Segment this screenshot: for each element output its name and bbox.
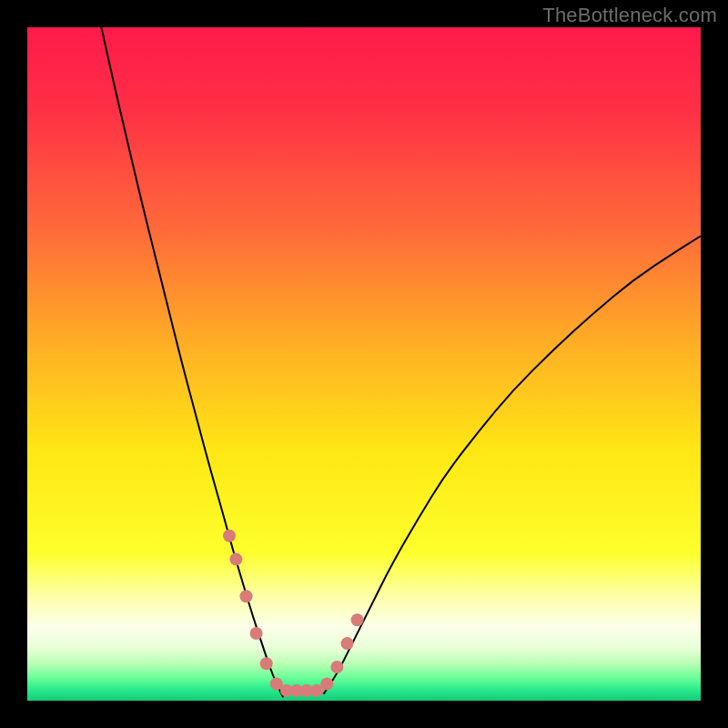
plot-area <box>27 27 701 701</box>
watermark-text: TheBottleneck.com <box>542 4 717 27</box>
background-gradient <box>27 27 701 701</box>
svg-rect-0 <box>27 27 701 701</box>
chart-frame: TheBottleneck.com <box>0 0 728 728</box>
